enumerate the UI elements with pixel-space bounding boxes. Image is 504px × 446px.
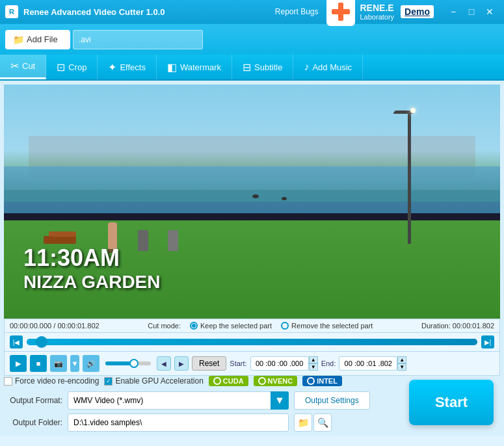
tab-subtitle-label: Subtitle xyxy=(254,62,282,72)
stop-button[interactable]: ■ xyxy=(30,355,47,372)
end-time-down[interactable]: ▼ xyxy=(397,363,406,371)
next-frame-button[interactable]: ▶ xyxy=(174,356,189,371)
tab-effects-label: Effects xyxy=(120,62,146,72)
output-settings-button[interactable]: Output Settings xyxy=(294,391,370,410)
intel-badge: INTEL xyxy=(302,376,342,386)
folder-buttons: 📁 🔍 xyxy=(294,413,332,432)
format-select-wrapper: WMV Video (*.wmv) MP4 Video (*.mp4) AVI … xyxy=(68,391,289,410)
enable-gpu-cb[interactable]: ✓ xyxy=(104,377,113,386)
remove-selected-radio[interactable]: Remove the selected part xyxy=(281,322,373,330)
crop-icon: ⊡ xyxy=(57,61,65,73)
format-label: Output Format: xyxy=(4,396,62,405)
logo-area: RENE.E Laboratory xyxy=(326,0,395,26)
title-bar: R Renee Advanced Video Cutter 1.0.0 Repo… xyxy=(0,0,504,23)
music-icon: ♪ xyxy=(304,61,309,73)
timeline-thumb[interactable] xyxy=(36,336,47,348)
end-time-input[interactable] xyxy=(339,356,397,371)
logo-text: RENE.E Laboratory xyxy=(360,3,395,21)
tab-effects[interactable]: ✦ Effects xyxy=(98,55,157,79)
play-button[interactable]: ▶ xyxy=(10,355,27,372)
cut-mode-label: Cut mode: xyxy=(148,322,181,330)
browse-folder-button[interactable]: 📁 xyxy=(294,413,312,432)
folder-path-input[interactable] xyxy=(68,413,289,432)
start-button[interactable]: Start xyxy=(409,380,494,425)
video-overlay: 11:30AM NIZZA GARDEN xyxy=(23,244,161,293)
tab-watermark-label: Watermark xyxy=(180,62,221,72)
screenshot-button[interactable]: 📷 xyxy=(50,355,67,372)
close-button[interactable]: ✕ xyxy=(481,3,499,21)
end-time-input-group: ▲ ▼ xyxy=(339,356,406,371)
main-content: 11:30AM NIZZA GARDEN 00:00:00.000 / 00:0… xyxy=(0,81,504,436)
start-time-spinner[interactable]: ▲ ▼ xyxy=(309,356,318,371)
remove-radio-button[interactable] xyxy=(281,322,289,330)
video-player: 11:30AM NIZZA GARDEN xyxy=(4,85,500,319)
video-location-overlay: NIZZA GARDEN xyxy=(23,272,161,293)
add-file-label: Add File xyxy=(27,34,58,44)
app-icon: R xyxy=(5,5,18,18)
tab-crop[interactable]: ⊡ Crop xyxy=(46,55,98,79)
search-folder-button[interactable]: 🔍 xyxy=(313,413,332,432)
timeline-start-button[interactable]: |◀ xyxy=(10,335,23,348)
app-title: Renee Advanced Video Cutter 1.0.0 xyxy=(23,7,275,17)
start-time-up[interactable]: ▲ xyxy=(309,356,318,363)
enable-gpu-checkbox[interactable]: ✓ Enable GPU Acceleration xyxy=(104,376,203,386)
cut-mode-options: Cut mode: Keep the selected part Remove … xyxy=(106,322,415,330)
current-position: 00:00:00.000 / 00:00:01.802 xyxy=(10,322,99,330)
file-path-input[interactable] xyxy=(73,30,203,49)
effects-icon: ✦ xyxy=(108,61,116,73)
nvenc-badge: NVENC xyxy=(254,376,298,386)
keep-radio-button[interactable] xyxy=(190,322,198,330)
timeline-end-button[interactable]: ▶| xyxy=(481,335,494,348)
cuda-badge: CUDA xyxy=(209,376,248,386)
volume-button[interactable]: 🔊 xyxy=(83,355,99,372)
start-time-down[interactable]: ▼ xyxy=(309,363,318,371)
force-reencoding-checkbox[interactable]: Force video re-encoding xyxy=(4,376,99,386)
timeline-container: |◀ ▶| xyxy=(4,333,500,352)
tab-subtitle[interactable]: ⊟ Subtitle xyxy=(232,55,293,79)
report-bugs-link[interactable]: Report Bugs xyxy=(275,7,319,16)
start-time-input[interactable] xyxy=(250,356,309,371)
folder-label: Output Folder: xyxy=(4,418,62,427)
video-time-overlay: 11:30AM xyxy=(23,244,161,272)
keep-selected-radio[interactable]: Keep the selected part xyxy=(190,322,272,330)
reset-button[interactable]: Reset xyxy=(192,356,226,371)
time-info-bar: 00:00:00.000 / 00:00:01.802 Cut mode: Ke… xyxy=(4,319,500,333)
subtitle-icon: ⊟ xyxy=(243,61,251,73)
format-select[interactable]: WMV Video (*.wmv) MP4 Video (*.mp4) AVI … xyxy=(68,391,289,410)
tab-add-music-label: Add Music xyxy=(312,62,352,72)
controls-bar: ▶ ■ 📷 ▼ 🔊 ◀ ▶ Reset Start: ▲ ▼ End: ▲ ▼ xyxy=(4,352,500,376)
logo-icon xyxy=(326,0,355,26)
force-reencoding-cb[interactable] xyxy=(4,377,12,386)
toolbar: 📁 Add File document.querySelector('[data… xyxy=(0,23,504,55)
start-time-input-group: ▲ ▼ xyxy=(250,356,318,371)
prev-frame-button[interactable]: ◀ xyxy=(157,356,171,371)
nav-tabs: ✂ Cut ⊡ Crop ✦ Effects ◧ Watermark ⊟ Sub… xyxy=(0,55,504,81)
tab-add-music[interactable]: ♪ Add Music xyxy=(293,55,363,79)
tab-watermark[interactable]: ◧ Watermark xyxy=(157,55,232,79)
end-time-up[interactable]: ▲ xyxy=(397,356,406,363)
timeline-track[interactable] xyxy=(27,339,477,345)
end-label: End: xyxy=(321,360,336,367)
format-select-arrow[interactable]: ▼ xyxy=(271,391,289,410)
watermark-icon: ◧ xyxy=(167,61,177,73)
maximize-button[interactable]: □ xyxy=(462,3,481,21)
add-file-icon: 📁 xyxy=(13,34,24,45)
tab-crop-label: Crop xyxy=(68,62,86,72)
end-time-spinner[interactable]: ▲ ▼ xyxy=(397,356,406,371)
start-label: Start: xyxy=(230,360,246,367)
tab-cut-label: Cut xyxy=(22,61,35,71)
cut-icon: ✂ xyxy=(10,60,19,72)
volume-slider[interactable] xyxy=(105,361,151,365)
demo-link[interactable]: Demo xyxy=(401,5,434,18)
minimize-button[interactable]: − xyxy=(444,3,462,21)
tab-cut[interactable]: ✂ Cut xyxy=(0,55,46,79)
screenshot-menu-button[interactable]: ▼ xyxy=(70,355,79,372)
add-file-button[interactable]: 📁 Add File xyxy=(5,30,70,49)
volume-thumb[interactable] xyxy=(129,359,139,368)
duration-display: Duration: 00:00:01.802 xyxy=(421,322,494,330)
